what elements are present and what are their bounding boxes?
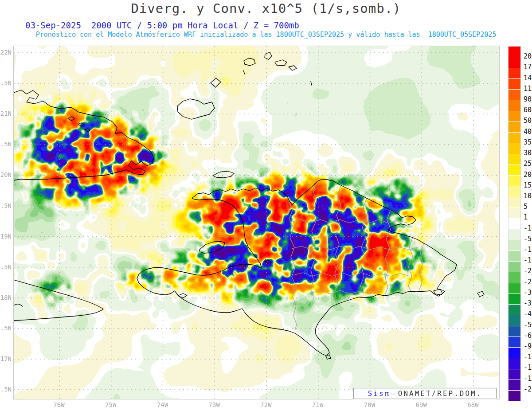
colorbar-tick-label: 25 <box>524 160 532 167</box>
map-frame <box>13 46 500 399</box>
credit-organization: ONAMET/REP.DOM. <box>398 389 482 398</box>
colorbar-tick-label: 1 <box>524 214 528 221</box>
lat-label: 1.5N <box>0 80 12 86</box>
colorbar-tick-label: -25 <box>524 279 532 286</box>
colorbar-cell <box>509 348 520 358</box>
lat-label: 22N <box>0 49 12 55</box>
colorbar-tick-label: -35 <box>524 300 532 307</box>
credit-box: Sisπ–ONAMET/REP.DOM. <box>353 388 497 399</box>
lat-label: 7.5N <box>0 325 12 331</box>
colorbar-cell <box>509 251 520 262</box>
credit-system: Sisπ <box>368 389 391 398</box>
border-path <box>292 246 419 250</box>
colorbar-tick-label: -50 <box>524 322 532 329</box>
colorbar-cell <box>509 305 520 315</box>
lat-label: 20N <box>0 172 12 178</box>
colorbar-cell <box>509 283 520 294</box>
wrf-divergence-map-page: Diverg. y Conv. x10^5 (1/s,somb.) 03-Sep… <box>0 0 532 411</box>
colorbar-cell <box>509 369 520 380</box>
colorbar-tick-label: 35 <box>524 139 532 146</box>
colorbar-tick-label: 90 <box>524 96 532 103</box>
lat-label: 9.5N <box>0 203 12 209</box>
coastline-tortuga <box>213 171 234 178</box>
lon-label: 71W <box>305 402 331 408</box>
colorbar-tick-label: 140 <box>524 75 532 82</box>
lon-label: 68W <box>460 402 486 408</box>
colorbar <box>508 46 521 401</box>
lon-label: 72W <box>253 402 279 408</box>
coastline-saona <box>434 289 445 295</box>
coastline-mona <box>477 291 484 297</box>
coastline-little-inagua <box>211 78 221 87</box>
colorbar-cell <box>509 197 520 208</box>
colorbar-tick-label: -15 <box>524 257 532 264</box>
colorbar-cell <box>509 133 520 143</box>
border-path <box>360 198 367 294</box>
colorbar-cell <box>509 154 520 165</box>
colorbar-cell <box>509 176 520 186</box>
colorbar-tick-label: 60 <box>524 107 532 114</box>
colorbar-tick-label: -200 <box>524 386 532 393</box>
colorbar-cell <box>509 122 520 133</box>
colorbar-tick-label: -10 <box>524 247 532 253</box>
colorbar-tick-label: 5 <box>524 204 528 210</box>
colorbar-cell <box>509 57 520 68</box>
colorbar-cell <box>509 262 520 272</box>
colorbar-tick-label: -60 <box>524 333 532 339</box>
colorbar-cell <box>509 208 520 219</box>
colorbar-cell <box>509 219 520 229</box>
lat-label: 8.5N <box>0 264 12 270</box>
lat-label: 18N <box>0 294 12 301</box>
lat-label: 6.5N <box>0 386 12 392</box>
colorbar-cell <box>509 47 520 57</box>
colorbar-tick-label: 110 <box>524 86 532 92</box>
border-path <box>291 219 408 223</box>
colorbar-tick-label: -110 <box>524 354 532 360</box>
colorbar-cell <box>509 240 520 251</box>
coastline-jamaica-hook <box>14 304 23 306</box>
colorbar-tick-label: -40 <box>524 311 532 317</box>
colorbar-tick-label: 20 <box>524 172 532 178</box>
credit-separator: – <box>391 389 396 398</box>
colorbar-tick-label: -30 <box>524 290 532 296</box>
map-overlay <box>14 46 499 399</box>
colorbar-cell <box>509 143 520 154</box>
colorbar-tick-label: -90 <box>524 343 532 350</box>
province-borders <box>289 182 424 330</box>
lat-label: 0.5N <box>0 141 12 147</box>
colorbar-tick-label: 40 <box>524 129 532 135</box>
colorbar-tick-label: 15 <box>524 182 532 189</box>
colorbar-cell <box>509 272 520 283</box>
colorbar-tick-label: 30 <box>524 150 532 157</box>
colorbar-cell <box>509 79 520 90</box>
colorbar-cell <box>509 391 520 401</box>
colorbar-cell <box>509 165 520 176</box>
colorbar-cell <box>509 229 520 240</box>
colorbar-tick-label: 50 <box>524 117 532 124</box>
lon-label: 69W <box>408 402 434 408</box>
colorbar-cell <box>509 68 520 79</box>
colorbar-tick-label: 200 <box>524 53 532 60</box>
border-path <box>408 237 413 291</box>
lon-label: 76W <box>46 402 72 408</box>
colorbar-tick-label: -1 <box>524 225 532 232</box>
lat-label: 21N <box>0 110 12 117</box>
colorbar-cell <box>509 90 520 100</box>
colorbar-tick-label: -20 <box>524 268 532 274</box>
colorbar-cell <box>509 111 520 122</box>
coastline-cuba-cays <box>68 117 90 132</box>
lon-label: 74W <box>149 402 176 408</box>
coastline-pap-islet <box>265 260 271 264</box>
border-path <box>311 290 379 294</box>
coastline-gonave <box>200 241 225 253</box>
coastline-great-inagua <box>177 99 215 119</box>
border-path <box>311 182 317 296</box>
lat-label: 19N <box>0 233 12 239</box>
coastline-jamaica <box>14 280 103 321</box>
subtitle-datetime: 03-Sep-2025 2000 UTC / 5:00 pm Hora Loca… <box>25 20 299 30</box>
colorbar-cell <box>509 186 520 197</box>
grid-lines <box>14 46 499 399</box>
colorbar-cell <box>509 358 520 369</box>
colorbar-tick-label: -170 <box>524 376 532 382</box>
border-path <box>293 273 410 276</box>
